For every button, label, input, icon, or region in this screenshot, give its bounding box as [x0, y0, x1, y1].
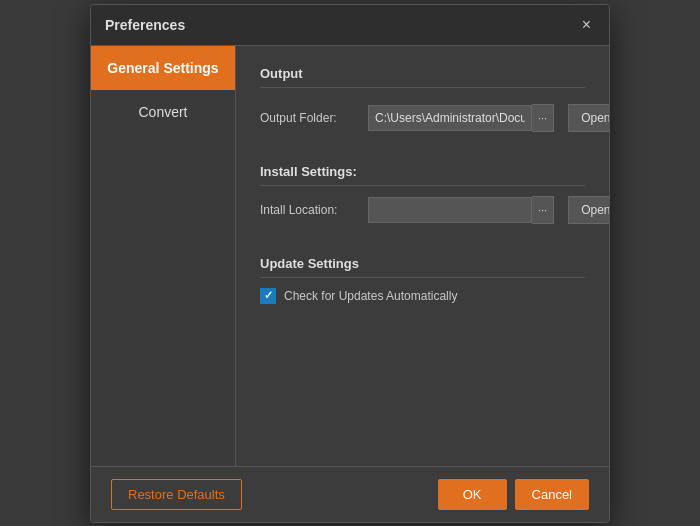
install-location-row: Intall Location: ··· Open — [260, 196, 585, 224]
output-folder-input[interactable] — [368, 105, 532, 131]
sidebar-item-convert[interactable]: Convert — [91, 90, 235, 134]
install-open-button[interactable]: Open — [568, 196, 609, 224]
install-location-label: Intall Location: — [260, 203, 360, 217]
restore-defaults-button[interactable]: Restore Defaults — [111, 479, 242, 510]
install-browse-button[interactable]: ··· — [532, 196, 554, 224]
update-section: Update Settings Check for Updates Automa… — [260, 256, 585, 304]
output-browse-button[interactable]: ··· — [532, 104, 554, 132]
install-section-title: Install Settings: — [260, 164, 585, 186]
update-checkbox-label: Check for Updates Automatically — [284, 289, 457, 303]
output-folder-label: Output Folder: — [260, 111, 360, 125]
footer-right: OK Cancel — [438, 479, 589, 510]
dialog-title: Preferences — [105, 17, 185, 33]
sidebar: General Settings Convert — [91, 46, 236, 466]
output-section-title: Output — [260, 66, 585, 88]
close-button[interactable]: × — [578, 15, 595, 35]
install-location-input-group: ··· — [368, 196, 554, 224]
ok-button[interactable]: OK — [438, 479, 507, 510]
cancel-button[interactable]: Cancel — [515, 479, 589, 510]
dialog-body: General Settings Convert Output Output F… — [91, 46, 609, 466]
output-folder-input-group: ··· — [368, 104, 554, 132]
output-open-button[interactable]: Open — [568, 104, 609, 132]
title-bar: Preferences × — [91, 5, 609, 46]
custom-checkbox-indicator[interactable] — [260, 288, 276, 304]
install-section: Install Settings: Intall Location: ··· O… — [260, 164, 585, 240]
update-section-title: Update Settings — [260, 256, 585, 278]
dialog-footer: Restore Defaults OK Cancel — [91, 466, 609, 522]
output-folder-row: Output Folder: ··· Open — [260, 104, 585, 132]
install-location-input[interactable] — [368, 197, 532, 223]
update-checkbox-row: Check for Updates Automatically — [260, 288, 585, 304]
update-checkbox-wrap[interactable] — [260, 288, 276, 304]
sidebar-item-general-settings[interactable]: General Settings — [91, 46, 235, 90]
preferences-dialog: Preferences × General Settings Convert O… — [90, 4, 610, 523]
footer-left: Restore Defaults — [111, 479, 242, 510]
main-content: Output Output Folder: ··· Open Install S… — [236, 46, 609, 466]
